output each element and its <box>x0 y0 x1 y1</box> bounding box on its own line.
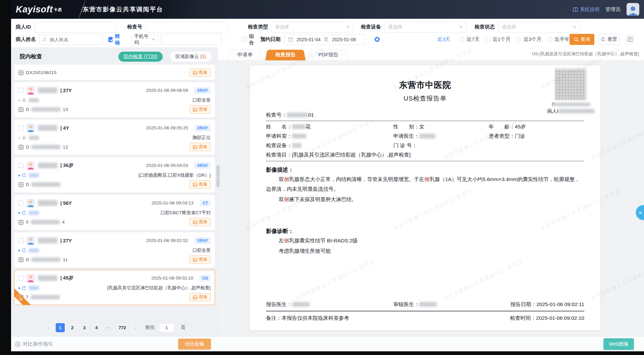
page-number-button[interactable]: 3 <box>80 323 89 332</box>
patient-name-label: 病人姓名 <box>16 36 36 43</box>
reset-icon <box>601 37 605 42</box>
quick-range-option[interactable]: 近3天 <box>371 36 453 43</box>
more-pages-button[interactable]: ··· <box>104 323 114 332</box>
quick-range-option[interactable]: 近7天 <box>460 36 479 43</box>
user-avatar[interactable] <box>627 3 639 16</box>
report-status: 已 <box>18 172 39 178</box>
patient-name-field <box>39 34 103 45</box>
app-logo: Kayisoft卡易 <box>16 4 62 15</box>
report-scroll-area[interactable]: 扫 病人I 东营市中医院 US检查报告单 检查号：01 姓 名：花 性 别：女 <box>218 61 644 336</box>
status-dot <box>18 212 20 214</box>
exam-list-item[interactable]: | 56Y 2025-01-06 09:03:13 CT 已 口腔CBCT锥形束… <box>14 195 215 230</box>
date-from[interactable]: 2025-01-04 <box>297 37 321 42</box>
report-title: US检查报告单 <box>266 94 584 103</box>
image-button[interactable]: 图像 <box>190 218 211 226</box>
exam-no-input[interactable] <box>146 22 228 33</box>
username[interactable]: 管理员 <box>605 6 621 13</box>
diagnosis-line: 考虑乳腺增生所致可能 <box>266 246 584 256</box>
tab-internal-exams[interactable]: 院内检查 (7720) <box>118 52 163 62</box>
exam-id-redacted <box>31 295 60 299</box>
compare-images-button[interactable]: 对比影像 <box>178 339 211 350</box>
page-number-button[interactable]: 2 <box>68 323 77 332</box>
quick-range-option[interactable]: 近3个月 <box>517 36 541 43</box>
image-button[interactable]: 图像 <box>190 293 211 301</box>
date-separator: 至 <box>324 37 329 43</box>
exam-id: 04 <box>18 220 65 225</box>
next-page-button[interactable]: › <box>131 323 140 332</box>
quick-range-option[interactable]: 近半年 <box>547 36 570 43</box>
prev-page-button[interactable]: ‹ <box>44 323 53 332</box>
image-button[interactable]: 图像 <box>190 180 211 189</box>
exact-checkbox[interactable] <box>108 37 113 42</box>
patient-name-input[interactable] <box>39 34 103 45</box>
exam-status-select[interactable]: 请选择▼ <box>498 22 580 33</box>
goto-page-input[interactable] <box>159 323 174 332</box>
exam-datetime: 2025-01-06 09:06:09 <box>146 88 188 93</box>
image-button[interactable]: 图像 <box>190 105 211 114</box>
radio-icon <box>460 37 465 42</box>
page-number-button[interactable]: 4 <box>92 323 101 332</box>
tab-regional-cloud[interactable]: 区域影像云 (1) <box>170 52 211 62</box>
search-button[interactable]: 查询 <box>570 34 594 45</box>
patient-id-input[interactable] <box>34 22 116 33</box>
phone-input[interactable] <box>161 34 222 45</box>
panel-title: 院内检查 <box>20 53 42 60</box>
exam-datetime: 2025-01-06 09:04:03 <box>146 163 188 168</box>
exam-type-select[interactable]: 请选择▼ <box>271 22 354 33</box>
compare-guide-link[interactable]: 对比操作指引 <box>15 337 53 351</box>
patient-name-age: | 4Y <box>60 125 69 131</box>
exam-id: D11 <box>18 257 68 262</box>
image-button[interactable]: 图像 <box>190 68 211 77</box>
exam-list-item[interactable]: | 36岁 2025-01-06 09:04:03 XRAY 已 [口腔曲面断层… <box>14 157 215 192</box>
exam-type-label: 检查类型 <box>248 24 268 30</box>
exam-checkbox[interactable] <box>18 276 23 281</box>
patient-info-block: 检查号：01 姓 名：花 性 别：女 年 龄：45岁 申请科室： 申请医生： 患… <box>266 110 584 161</box>
name-sex-age-row: 姓 名：花 性 别：女 年 龄：45岁 <box>266 122 584 131</box>
panel-resize-handle[interactable] <box>216 165 220 187</box>
exam-list-item-partial[interactable]: DX250106015 图像 <box>14 65 215 80</box>
filter-bar: 病人ID 检查号 检查类型 请选择▼ 检查设备 请选择▼ 检查状态 请选择▼ 病… <box>11 19 644 49</box>
image-button[interactable]: 图像 <box>190 143 211 151</box>
image-button[interactable]: 图像 <box>190 255 211 264</box>
exam-datetime: 2025-01-06 09:03:13 <box>152 200 194 205</box>
tab-exam-report[interactable]: 检查报告 <box>265 49 306 60</box>
combo-checkbox[interactable] <box>243 37 247 42</box>
exam-id: D <box>18 182 63 187</box>
report-status: 已 <box>18 247 39 253</box>
tab-pdf-report[interactable]: PDF报告 <box>308 49 348 60</box>
status-redacted <box>29 286 39 290</box>
patient-name-redacted <box>38 200 57 206</box>
exam-checkbox[interactable] <box>18 200 23 205</box>
quick-range-group: 近3天近7天近1个月近3个月近半年 <box>371 36 570 43</box>
exam-id-redacted <box>32 145 60 149</box>
diagnosis-heading: 影像诊断： <box>266 228 584 235</box>
report-status: 未 <box>18 97 39 103</box>
patient-id-label: 病人ID <box>16 24 31 30</box>
exam-list-item[interactable]: | 4Y 2025-01-06 09:05:25 XRAY 未 胸部正位 D12… <box>14 120 215 155</box>
exam-list-item[interactable]: | 27Y 2025-01-06 09:06:09 XRAY 未 口腔全景 D1… <box>14 82 215 117</box>
top-navbar: Kayisoft卡易 东营市影像云共享调阅平台 系统说明 管理员 <box>11 0 644 19</box>
report-tab-bar: 申请单 检查报告 PDF报告 US-[乳腺及其引流区淋巴结彩超（乳腺中心）,超声… <box>218 47 644 61</box>
exam-checkbox[interactable] <box>18 88 23 93</box>
layout-toggle-button[interactable] <box>626 35 634 44</box>
reset-button[interactable]: 重置 <box>598 34 620 45</box>
page-number-button[interactable]: 772 <box>116 323 128 332</box>
page-number-button[interactable]: 1 <box>56 323 65 332</box>
exam-list-item[interactable]: | 27Y 2025-01-06 09:02:52 XRAY 已 口腔全景 D1… <box>14 232 215 268</box>
exam-checkbox[interactable] <box>18 125 23 130</box>
exam-checkbox[interactable] <box>18 238 23 243</box>
date-range-picker[interactable]: 2025-01-04 至 2025-01-06 <box>284 34 365 45</box>
date-to[interactable]: 2025-01-06 <box>332 37 356 42</box>
quick-range-option[interactable]: 近1个月 <box>486 36 511 43</box>
patient-name-age: | 27Y <box>60 88 72 93</box>
patient-avatar-icon <box>26 236 35 245</box>
web-image-button[interactable]: Web图像 <box>603 338 634 350</box>
film-icon <box>18 257 23 262</box>
phone-type-select[interactable]: 手机号码▼ <box>131 34 159 45</box>
exam-id-redacted <box>32 257 60 262</box>
system-help-link[interactable]: 系统说明 <box>573 6 599 13</box>
tab-application-form[interactable]: 申请单 <box>227 49 263 60</box>
exam-device-select[interactable]: 请选择▼ <box>384 22 467 33</box>
exam-checkbox[interactable] <box>18 163 23 168</box>
exam-list-item[interactable]: | 45岁 2025-01-06 09:02:10 US 已 [乳腺及其引流区淋… <box>14 270 215 305</box>
